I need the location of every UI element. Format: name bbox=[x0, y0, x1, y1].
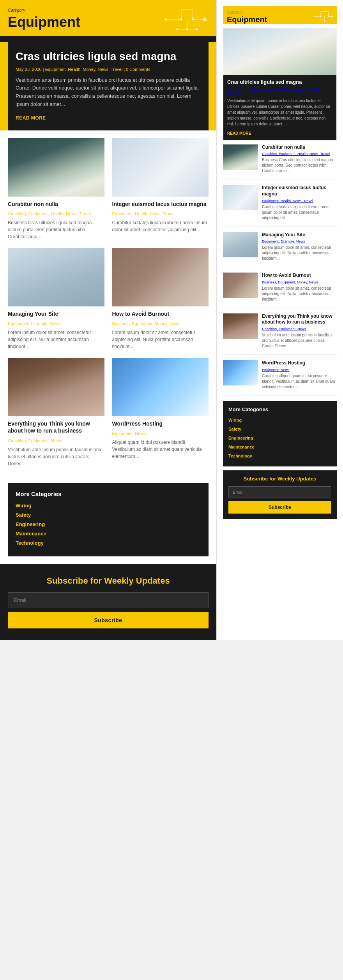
sidebar-post-info-5: WordPress Hosting Equipment, News Curabi… bbox=[262, 360, 337, 390]
sidebar-more-cat-list: Wiring Safety Engineering Maintenance Te… bbox=[228, 416, 331, 459]
post-card-burnout: How to Avoid Burnout Business, Equipment… bbox=[112, 248, 209, 350]
post-card-title-5: WordPress Hosting bbox=[112, 420, 209, 427]
post-card-meta-link-3[interactable]: Business, Equipment, Money, News bbox=[112, 321, 180, 326]
sidebar-featured-meta: May 23, 2020 | Equipment, Health, Money,… bbox=[227, 88, 332, 95]
post-card-title-0: Curabitur non nulla bbox=[8, 201, 104, 208]
list-item: Engineering bbox=[228, 434, 331, 441]
post-card-title-3: How to Avoid Burnout bbox=[112, 310, 209, 317]
post-card-meta-link-2[interactable]: Equipment, Example, News bbox=[8, 321, 60, 326]
sidebar-post-title-4: Everything you Think you know about how … bbox=[262, 313, 337, 325]
sidebar-post-thumb-0 bbox=[223, 144, 258, 170]
subscribe-button[interactable]: Subscribe bbox=[8, 612, 209, 628]
list-item: Technology bbox=[16, 539, 201, 546]
post-card-excerpt-5: Aliquet quam id dui posuere blandit. Ves… bbox=[112, 439, 209, 460]
hero-section: Category Equipment bbox=[0, 0, 216, 130]
post-card-excerpt-3: Lorem ipsum dolor sit amet, consectetur … bbox=[112, 329, 209, 350]
sidebar-post-meta-2: Equipment, Example, News bbox=[262, 239, 337, 243]
sidebar-column: Category Equipment Cras ultricies ligula… bbox=[216, 0, 343, 640]
post-card-title-1: Integer euismod lacus luctus magna bbox=[112, 201, 209, 208]
post-card-meta-link-1[interactable]: Equipment, Health, News, Travel bbox=[112, 211, 175, 216]
list-item: Wiring bbox=[228, 416, 331, 423]
hero-post-title: Cras ultricies ligula sed magna bbox=[16, 50, 201, 63]
sidebar-post-meta-link-2[interactable]: Equipment, Example, News bbox=[262, 239, 305, 243]
list-item: Technology bbox=[228, 452, 331, 459]
category-link-safety[interactable]: Safety bbox=[16, 512, 31, 518]
posts-grid-top: Curabitur non nulla Coaching, Equipment,… bbox=[8, 138, 209, 467]
more-categories-title: More Categories bbox=[16, 491, 201, 497]
sidebar-featured-post: Cras ultricies ligula sed magna May 23, … bbox=[223, 28, 337, 141]
post-card-title-4: Everything you Think you know about how … bbox=[8, 420, 104, 434]
sidebar-post-meta-link-1[interactable]: Equipment, Health, News, Travel bbox=[262, 199, 313, 203]
category-link-engineering[interactable]: Engineering bbox=[16, 521, 45, 527]
post-card-wordpress: WordPress Hosting Equipment, News Alique… bbox=[112, 358, 209, 467]
post-card-meta-4: Coaching, Equipment, News bbox=[8, 437, 104, 444]
sidebar-post-meta-link-3[interactable]: Business, Equipment, Money, News bbox=[262, 280, 318, 284]
category-link-maintenance[interactable]: Maintenance bbox=[16, 531, 46, 537]
sidebar-subscribe-button[interactable]: Subscribe bbox=[228, 501, 331, 514]
more-categories-list: Wiring Safety Engineering Maintenance Te… bbox=[16, 502, 201, 546]
svg-point-7 bbox=[180, 18, 182, 21]
sidebar-post-thumb-4 bbox=[223, 313, 258, 339]
post-card-meta-2: Equipment, Example, News bbox=[8, 320, 104, 327]
hero-post-excerpt: Vestibulum ante ipsum primis in faucibus… bbox=[16, 76, 201, 109]
subscribe-section: Subscribe for Weekly Updates Subscribe bbox=[0, 564, 216, 640]
sidebar-post-thumb-2 bbox=[223, 232, 258, 257]
sidebar-post-meta-4: Coaching, Equipment, News bbox=[262, 327, 337, 331]
post-thumb-shelves bbox=[8, 138, 104, 197]
post-card-managing: Managing Your Site Equipment, Example, N… bbox=[8, 248, 104, 350]
sidebar-post-info-3: How to Avoid Burnout Business, Equipment… bbox=[262, 273, 337, 302]
post-card-meta-link-5[interactable]: Equipment, News bbox=[112, 431, 146, 436]
post-card-meta-link-0[interactable]: Coaching, Equipment, Health, News, Trave… bbox=[8, 211, 91, 216]
sidebar-circuit-decoration bbox=[311, 9, 334, 24]
list-item: Maintenance bbox=[16, 530, 201, 537]
main-column: Category Equipment bbox=[0, 0, 216, 640]
category-link-technology[interactable]: Technology bbox=[16, 540, 44, 546]
subscribe-email-input[interactable] bbox=[8, 592, 209, 608]
sidebar-featured-title: Cras ultricies ligula sed magna bbox=[227, 79, 332, 86]
sidebar-post-meta-link-4[interactable]: Coaching, Equipment, News bbox=[262, 327, 306, 331]
sidebar-read-more[interactable]: READ MORE bbox=[227, 131, 251, 135]
svg-point-12 bbox=[164, 18, 167, 21]
hero-read-more[interactable]: READ MORE bbox=[16, 115, 46, 121]
sidebar-post-thumb-5 bbox=[223, 360, 258, 385]
post-card-meta-5: Equipment, News bbox=[112, 429, 209, 436]
sidebar-cat-engineering[interactable]: Engineering bbox=[228, 436, 253, 440]
sidebar-post-excerpt-3: Lorem ipsum dolor sit amet, consectetur … bbox=[262, 286, 337, 302]
sidebar-subscribe-email-input[interactable] bbox=[228, 486, 331, 498]
post-card-meta-link-4[interactable]: Coaching, Equipment, News bbox=[8, 438, 62, 443]
sidebar-post-thumb-3 bbox=[223, 273, 258, 298]
sidebar-post-title-5: WordPress Hosting bbox=[262, 360, 337, 366]
sidebar-post-meta-link-5[interactable]: Equipment, News bbox=[262, 368, 290, 372]
sidebar-more-categories: More Categories Wiring Safety Engineerin… bbox=[223, 401, 337, 466]
sidebar-post-info-0: Curabitur non nulla Coaching, Equipment,… bbox=[262, 144, 337, 174]
svg-point-13 bbox=[176, 28, 179, 30]
svg-point-9 bbox=[186, 28, 188, 30]
sidebar-post-item-3: How to Avoid Burnout Business, Equipment… bbox=[223, 273, 337, 308]
hero-post-meta: May 23, 2020 | Equipment, Health, Money,… bbox=[16, 67, 201, 72]
sidebar-subscribe-title: Subscribe for Weekly Updates bbox=[228, 476, 331, 482]
post-card-business: Everything you Think you know about how … bbox=[8, 358, 104, 467]
sidebar-post-meta-0: Coaching, Equipment, Health, News, Trave… bbox=[262, 152, 337, 156]
svg-point-8 bbox=[192, 18, 194, 21]
hero-post-meta-link[interactable]: May 23, 2020 | Equipment, Health, Money,… bbox=[16, 67, 150, 72]
post-card-excerpt-2: Lorem ipsum dolor sit amet, consectetur … bbox=[8, 329, 104, 350]
sidebar-post-excerpt-0: Business Cras ultricies, ligula sed magn… bbox=[262, 157, 337, 174]
post-card-title-2: Managing Your Site bbox=[8, 310, 104, 317]
sidebar-featured-image bbox=[223, 28, 336, 75]
sidebar-post-item-0: Curabitur non nulla Coaching, Equipment,… bbox=[223, 144, 337, 180]
post-card-excerpt-0: Business Cras ultricies ligula sed magna… bbox=[8, 219, 104, 240]
sidebar-cat-maintenance[interactable]: Maintenance bbox=[228, 445, 255, 449]
sidebar-post-meta-link-0[interactable]: Coaching, Equipment, Health, News, Trave… bbox=[262, 152, 330, 156]
sidebar-post-title-1: Integer euismod lacus luctus magna bbox=[262, 185, 337, 197]
sidebar-cat-safety[interactable]: Safety bbox=[228, 427, 241, 431]
sidebar-post-title-3: How to Avoid Burnout bbox=[262, 273, 337, 279]
sidebar-cat-wiring[interactable]: Wiring bbox=[228, 418, 242, 422]
sidebar-more-cat-title: More Categories bbox=[228, 406, 331, 412]
sidebar-cat-technology[interactable]: Technology bbox=[228, 454, 252, 458]
sidebar-featured-meta-link[interactable]: May 23, 2020 | Equipment, Health, Money,… bbox=[227, 88, 320, 95]
category-link-wiring[interactable]: Wiring bbox=[16, 503, 31, 508]
post-card-meta-3: Business, Equipment, Money, News bbox=[112, 320, 209, 327]
post-card-excerpt-4: Vestibulum ante ipsum primis in faucibus… bbox=[8, 446, 104, 467]
sidebar-post-meta-3: Business, Equipment, Money, News bbox=[262, 280, 337, 284]
list-item: Wiring bbox=[16, 502, 201, 509]
